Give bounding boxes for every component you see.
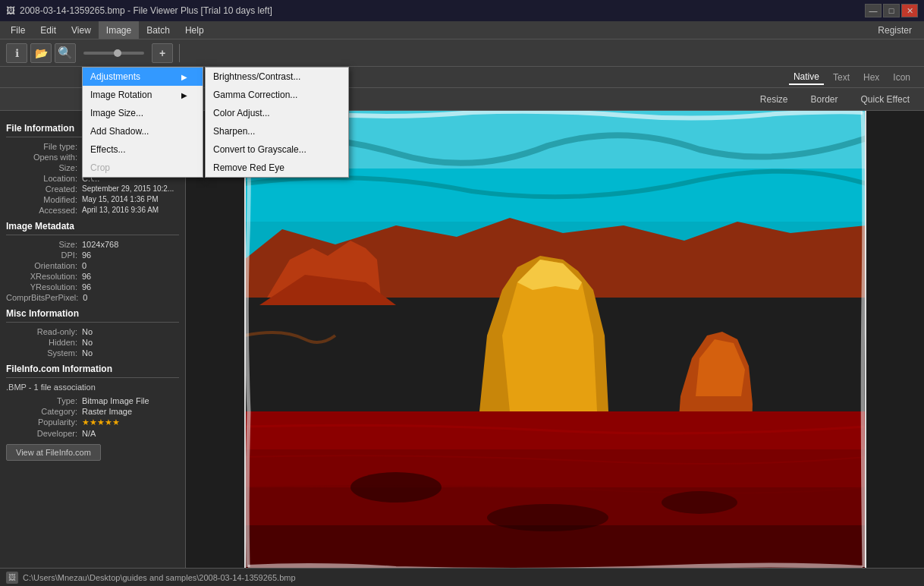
xres-label: XResolution:: [6, 272, 82, 281]
menu-item-sharpen[interactable]: Sharpen...: [206, 122, 348, 140]
svg-point-9: [487, 504, 608, 531]
menu-file[interactable]: File: [3, 21, 33, 39]
image-area: [186, 111, 924, 568]
readonly-value: No: [82, 327, 93, 336]
status-path: C:\Users\Mnezau\Desktop\guides and sampl…: [23, 573, 296, 582]
orientation-label: Orientation:: [6, 261, 82, 270]
menu-view[interactable]: View: [64, 21, 99, 39]
border-button[interactable]: Border: [802, 92, 846, 107]
fi-developer-label: Developer:: [6, 429, 82, 438]
misc-title: Misc Information: [6, 308, 179, 323]
fi-category-label: Category:: [6, 407, 82, 416]
image-canvas: [244, 111, 866, 568]
convert-grayscale-label: Convert to Grayscale...: [213, 144, 306, 155]
zoom-out-button[interactable]: 🔍: [55, 43, 76, 63]
created-label: Created:: [6, 184, 82, 194]
hidden-label: Hidden:: [6, 338, 82, 347]
scene-svg: [244, 111, 866, 568]
image-size-label: Image Size...: [90, 108, 143, 118]
menu-image[interactable]: Image: [99, 21, 139, 39]
title-bar-left: 🖼 2008-03-14-1359265.bmp - File Viewer P…: [6, 5, 272, 16]
fi-category-row: Category: Raster Image: [6, 407, 179, 416]
tab-icon[interactable]: Icon: [888, 71, 915, 84]
fi-category-value: Raster Image: [82, 407, 132, 416]
svg-point-8: [662, 491, 737, 514]
maximize-button[interactable]: □: [883, 4, 900, 17]
hidden-row: Hidden: No: [6, 338, 179, 347]
modified-label: Modified:: [6, 195, 82, 204]
tab-text[interactable]: Text: [828, 71, 854, 84]
meta-size-value: 1024x768: [82, 240, 118, 249]
menu-item-image-rotation[interactable]: Image Rotation ▶: [83, 86, 203, 104]
menu-item-crop: Crop: [83, 159, 203, 177]
dpi-label: DPI:: [6, 250, 82, 260]
fi-popularity-label: Popularity:: [6, 417, 82, 427]
fi-developer-value: N/A: [82, 429, 96, 438]
meta-size-row: Size: 1024x768: [6, 240, 179, 249]
sidebar: File Information File type: Irf... Opens…: [0, 111, 186, 568]
yres-label: YResolution:: [6, 282, 82, 291]
xres-row: XResolution: 96: [6, 272, 179, 281]
view-fileinfo-button[interactable]: View at FileInfo.com: [6, 444, 101, 461]
xres-value: 96: [82, 272, 91, 281]
comprbits-value: 0: [83, 293, 87, 302]
image-rotation-arrow: ▶: [181, 91, 187, 99]
quick-effect-button[interactable]: Quick Effect: [853, 92, 918, 107]
title-bar: 🖼 2008-03-14-1359265.bmp - File Viewer P…: [0, 0, 924, 21]
system-label: System:: [6, 348, 82, 358]
zoom-plus-button[interactable]: +: [152, 43, 173, 63]
fi-type-row: Type: Bitmap Image File: [6, 396, 179, 405]
hidden-value: No: [82, 338, 93, 347]
minimize-button[interactable]: —: [865, 4, 882, 17]
main-layout: File Information File type: Irf... Opens…: [0, 111, 924, 568]
info-button[interactable]: ℹ: [6, 43, 27, 63]
dpi-row: DPI: 96: [6, 250, 179, 260]
status-bar: 🖼 C:\Users\Mnezau\Desktop\guides and sam…: [0, 568, 924, 586]
image-dropdown-menu: Adjustments ▶ Image Rotation ▶ Image Siz…: [82, 67, 203, 178]
tab-native[interactable]: Native: [789, 70, 824, 85]
menu-item-effects[interactable]: Effects...: [83, 140, 203, 159]
image-rotation-label: Image Rotation: [90, 90, 152, 100]
add-shadow-label: Add Shadow...: [90, 126, 149, 137]
menu-item-brightness-contrast[interactable]: Brightness/Contrast...: [206, 68, 348, 86]
dpi-value: 96: [82, 250, 91, 260]
orientation-value: 0: [82, 261, 86, 270]
zoom-slider[interactable]: [83, 52, 144, 55]
menu-help[interactable]: Help: [178, 21, 212, 39]
brightness-contrast-label: Brightness/Contrast...: [213, 71, 300, 82]
readonly-row: Read-only: No: [6, 327, 179, 336]
menu-item-adjustments[interactable]: Adjustments ▶: [83, 68, 203, 86]
adjustments-submenu: Brightness/Contrast... Gamma Correction.…: [205, 67, 349, 178]
window-title: 2008-03-14-1359265.bmp - File Viewer Plu…: [20, 5, 272, 16]
tab-hex[interactable]: Hex: [859, 71, 884, 84]
file-type-label: File type:: [6, 142, 82, 151]
resize-button[interactable]: Resize: [752, 92, 797, 107]
modified-value: May 15, 2014 1:36 PM: [82, 195, 159, 204]
menu-item-gamma-correction[interactable]: Gamma Correction...: [206, 86, 348, 104]
menu-item-image-size[interactable]: Image Size...: [83, 104, 203, 122]
close-button[interactable]: ✕: [901, 4, 918, 17]
menu-edit[interactable]: Edit: [33, 21, 64, 39]
remove-red-eye-label: Remove Red Eye: [213, 162, 284, 173]
svg-point-7: [350, 472, 442, 503]
menu-item-add-shadow[interactable]: Add Shadow...: [83, 122, 203, 140]
menu-item-remove-red-eye[interactable]: Remove Red Eye: [206, 159, 348, 177]
menu-item-convert-grayscale[interactable]: Convert to Grayscale...: [206, 140, 348, 159]
effects-label: Effects...: [90, 144, 125, 155]
toolbar: ℹ 📂 🔍 +: [0, 39, 924, 67]
adjustments-label: Adjustments: [90, 71, 140, 82]
meta-size-label: Size:: [6, 240, 82, 249]
accessed-label: Accessed:: [6, 206, 82, 215]
menu-item-color-adjust[interactable]: Color Adjust...: [206, 104, 348, 122]
system-value: No: [82, 348, 93, 358]
readonly-label: Read-only:: [6, 327, 82, 336]
fi-type-label: Type:: [6, 396, 82, 405]
toolbar-separator-1: [179, 44, 180, 62]
zoom-handle[interactable]: [114, 49, 121, 57]
yres-value: 96: [82, 282, 91, 291]
register-button[interactable]: Register: [869, 25, 921, 36]
open-button[interactable]: 📂: [30, 43, 52, 63]
comprbits-label: ComprBitsPerPixel:: [6, 293, 83, 302]
fileinfo-title: FileInfo.com Information: [6, 364, 179, 378]
menu-batch[interactable]: Batch: [139, 21, 178, 39]
